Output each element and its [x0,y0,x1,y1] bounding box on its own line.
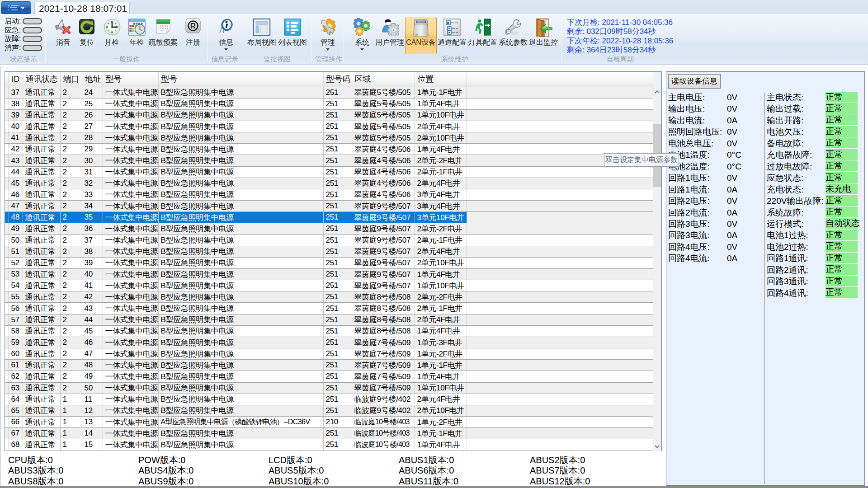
svg-text:R: R [190,22,196,30]
